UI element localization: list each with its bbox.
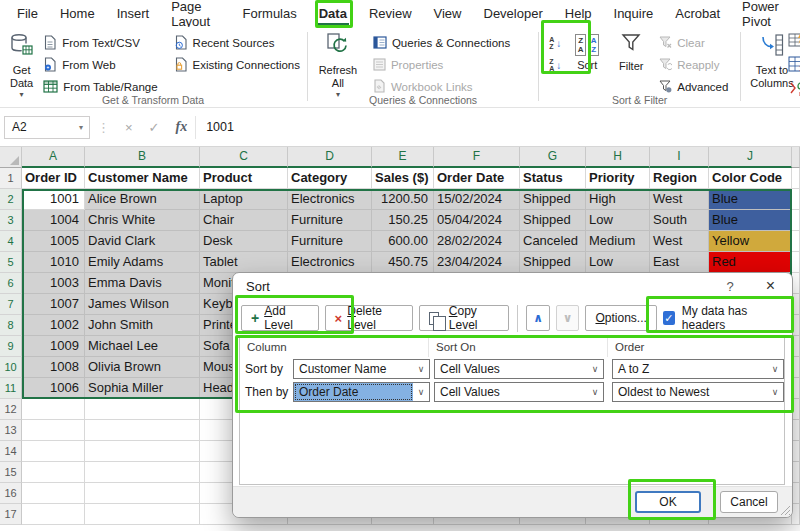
ok-button[interactable]: OK (635, 491, 701, 513)
cell[interactable]: 1200.50 (372, 189, 434, 210)
column-header-D[interactable]: D (288, 147, 372, 168)
confirm-entry-icon[interactable]: ✓ (141, 120, 168, 135)
cell[interactable]: Blue (709, 210, 792, 231)
tab-formulas[interactable]: Formulas (232, 0, 308, 27)
cell[interactable] (85, 441, 200, 462)
cell[interactable]: Low (586, 252, 650, 273)
tab-developer[interactable]: Developer (473, 0, 554, 27)
sort-z-to-a-button[interactable]: ZA ↓ (549, 56, 561, 74)
column-header-B[interactable]: B (85, 147, 200, 168)
column-header-H[interactable]: H (586, 147, 650, 168)
cell[interactable]: 600.00 (372, 231, 434, 252)
cell[interactable]: 28/02/2024 (434, 231, 520, 252)
cell[interactable]: 1008 (22, 357, 85, 378)
cell[interactable]: Sophia Miller (85, 378, 200, 399)
cell-header-category[interactable]: Category (288, 168, 372, 189)
then-by-column-dropdown[interactable]: Order Date ∨ (293, 382, 430, 402)
cell[interactable]: Electronics (288, 189, 372, 210)
cell-header-product[interactable]: Product (200, 168, 288, 189)
name-box[interactable]: A2 ▾ (4, 116, 90, 139)
cell[interactable]: Shipped (520, 189, 586, 210)
column-header-E[interactable]: E (372, 147, 434, 168)
row-number-7[interactable]: 7 (0, 294, 22, 315)
cell[interactable]: 1001 (22, 189, 85, 210)
row-number-2[interactable]: 2 (0, 189, 22, 210)
cell[interactable]: Shipped (520, 210, 586, 231)
select-all-corner[interactable] (0, 147, 22, 168)
copy-level-button[interactable]: Copy Level (419, 305, 509, 331)
recent-sources-button[interactable]: Recent Sources (170, 33, 304, 53)
cell[interactable] (22, 441, 85, 462)
row-number-3[interactable]: 3 (0, 210, 22, 231)
cell[interactable] (85, 420, 200, 441)
cell[interactable]: Emily Adams (85, 252, 200, 273)
sort-by-order-dropdown[interactable]: A to Z ∨ (612, 359, 784, 379)
cell[interactable]: Electronics (288, 252, 372, 273)
cell[interactable] (22, 504, 85, 525)
cell[interactable]: 1007 (22, 294, 85, 315)
filter-button[interactable]: Filter (610, 30, 652, 73)
row-number-13[interactable]: 13 (0, 420, 22, 441)
cell-header-sales-[interactable]: Sales ($) (372, 168, 434, 189)
cell[interactable]: Chair (200, 210, 288, 231)
tab-power-pivot[interactable]: Power Pivot (731, 0, 800, 27)
row-number-5[interactable]: 5 (0, 252, 22, 273)
cell[interactable]: 05/04/2024 (434, 210, 520, 231)
cell[interactable]: Chris White (85, 210, 200, 231)
cell[interactable] (85, 504, 200, 525)
row-number-17[interactable]: 17 (0, 504, 22, 525)
cell[interactable]: Alice Brown (85, 189, 200, 210)
tab-data[interactable]: Data (308, 0, 358, 27)
cell[interactable]: 450.75 (372, 252, 434, 273)
chevron-down-icon[interactable]: ∨ (413, 360, 429, 378)
cell[interactable]: West (650, 231, 709, 252)
tab-file[interactable]: File (6, 0, 49, 27)
cell[interactable]: 1009 (22, 336, 85, 357)
resize-grip[interactable] (780, 505, 790, 515)
sort-by-column-dropdown[interactable]: Customer Name ∨ (293, 359, 430, 379)
cell[interactable]: David Clark (85, 231, 200, 252)
then-by-order-dropdown[interactable]: Oldest to Newest ∨ (612, 382, 784, 402)
row-number-9[interactable]: 9 (0, 336, 22, 357)
cell[interactable]: James Wilson (85, 294, 200, 315)
sort-button[interactable]: ZA AZ Sort (564, 30, 610, 72)
cell-header-priority[interactable]: Priority (586, 168, 650, 189)
from-web-button[interactable]: From Web (39, 55, 161, 75)
chevron-down-icon[interactable]: ∨ (413, 383, 429, 401)
options-button[interactable]: Options... (585, 305, 656, 331)
cell[interactable] (85, 462, 200, 483)
cancel-button[interactable]: Cancel (720, 491, 778, 513)
then-by-sort-on-dropdown[interactable]: Cell Values ∨ (434, 382, 604, 402)
column-header-C[interactable]: C (200, 147, 288, 168)
cancel-entry-icon[interactable]: × (117, 120, 141, 135)
cell[interactable]: West (650, 189, 709, 210)
queries-connections-button[interactable]: Queries & Connections (369, 33, 514, 53)
cell[interactable]: 150.25 (372, 210, 434, 231)
cell[interactable]: Desk (200, 231, 288, 252)
formula-bar-splitter[interactable]: ⋮ (90, 120, 117, 135)
cell[interactable]: 1002 (22, 315, 85, 336)
cell[interactable]: Medium (586, 231, 650, 252)
cell[interactable]: Furniture (288, 231, 372, 252)
help-icon[interactable]: ? (722, 279, 737, 294)
formula-input[interactable]: 1001 (195, 116, 800, 139)
cell[interactable] (22, 399, 85, 420)
cell[interactable] (22, 483, 85, 504)
cell[interactable] (85, 483, 200, 504)
move-level-up-button[interactable]: ∧ (526, 305, 550, 331)
cell[interactable]: John Smith (85, 315, 200, 336)
cell-header-color-code[interactable]: Color Code (709, 168, 792, 189)
cell-header-region[interactable]: Region (650, 168, 709, 189)
cell[interactable]: Emma Davis (85, 273, 200, 294)
tab-insert[interactable]: Insert (106, 0, 161, 27)
add-level-button[interactable]: + Add Level (241, 305, 319, 331)
cell[interactable] (22, 420, 85, 441)
chevron-down-icon[interactable]: ∨ (587, 360, 603, 378)
cell[interactable]: 1004 (22, 210, 85, 231)
tab-review[interactable]: Review (358, 0, 423, 27)
existing-connections-button[interactable]: Existing Connections (170, 55, 304, 75)
my-data-has-headers-checkbox[interactable]: ✓ My data has headers (663, 304, 784, 332)
tab-page-layout[interactable]: Page Layout (160, 0, 231, 27)
insert-function-icon[interactable]: fx (168, 119, 196, 135)
cell[interactable]: 1003 (22, 273, 85, 294)
